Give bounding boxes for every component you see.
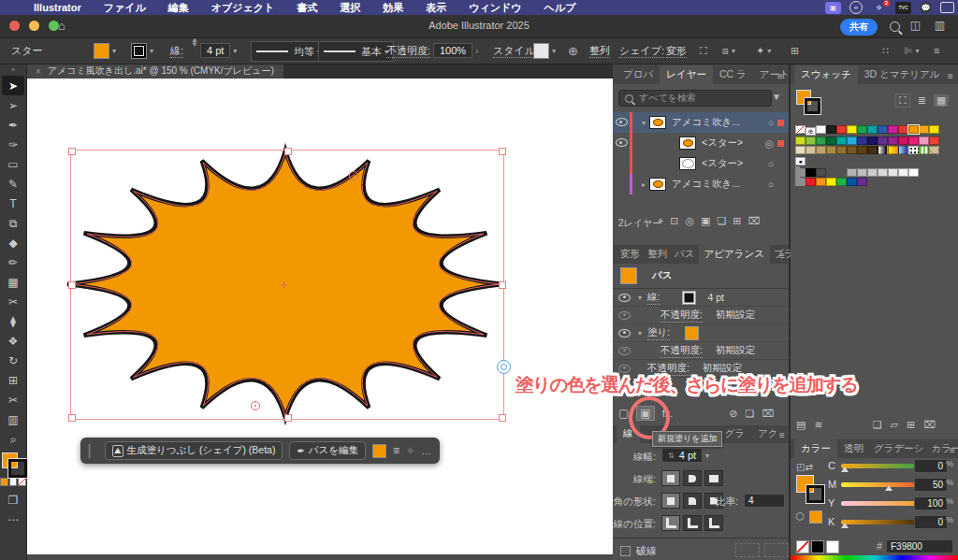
menu-item-0[interactable]: ファイル xyxy=(93,1,157,15)
arrange-documents-icon[interactable]: ◫ xyxy=(910,19,921,32)
document-setup-globe-icon[interactable]: ⊕ xyxy=(568,37,578,64)
tab-properties[interactable]: プロパ xyxy=(617,65,660,84)
opacity-label[interactable]: 不透明度: xyxy=(386,44,430,58)
swatch-cell[interactable] xyxy=(816,125,826,134)
swatch-cell[interactable] xyxy=(919,146,929,154)
swatch-cell[interactable]: ⊕ xyxy=(806,127,816,136)
anchor-widget[interactable] xyxy=(251,401,260,410)
draw-mode-icon[interactable]: ❐ xyxy=(2,490,24,510)
swatch-cell[interactable] xyxy=(857,136,867,145)
tab-gradient[interactable]: グラ xyxy=(718,424,752,443)
swatch-cell[interactable] xyxy=(847,136,857,145)
swatch-cell[interactable] xyxy=(795,136,806,145)
canvas[interactable]: ✛ ▏ ⛰ 生成塗りつぶし (シェイプ) (Beta) ✒ パスを編集 ≡ ✧ … xyxy=(26,79,613,554)
menu-item-3[interactable]: 書式 xyxy=(285,1,328,15)
channel-value-C[interactable]: 0 xyxy=(914,459,948,473)
swatch-cell[interactable] xyxy=(888,146,898,154)
zoom-tool[interactable]: ⌕ xyxy=(2,429,24,449)
transform-link[interactable]: 変形 xyxy=(666,44,687,58)
swatch-cell[interactable] xyxy=(857,178,867,186)
display-icon[interactable] xyxy=(940,2,954,13)
tvc-app-icon[interactable]: TVC xyxy=(895,2,911,14)
gradient-mode-icon[interactable] xyxy=(9,478,18,486)
tab-layers[interactable]: レイヤー xyxy=(660,65,713,84)
align-outside-button[interactable] xyxy=(704,515,723,531)
channel-value-M[interactable]: 50 xyxy=(914,478,948,492)
selection-tool[interactable]: ➤ xyxy=(2,76,24,95)
appearance-stroke-row-label[interactable]: 線: xyxy=(647,291,660,305)
swatch-cell[interactable] xyxy=(806,178,816,186)
slider-thumb-K[interactable] xyxy=(841,523,849,528)
type-tool[interactable]: T xyxy=(2,194,24,213)
cap-round-button[interactable] xyxy=(683,470,702,486)
visibility-eye-icon[interactable] xyxy=(618,294,631,302)
image-trace-icon[interactable]: ⊞ xyxy=(791,37,799,64)
align-center-button[interactable] xyxy=(661,515,680,531)
toolbar-collapse-icon[interactable]: » xyxy=(0,64,26,76)
3d-cube-icon[interactable]: ⬡ xyxy=(795,510,805,523)
bbox-handle[interactable] xyxy=(499,414,506,422)
line-app-icon[interactable]: 💬 xyxy=(920,2,932,14)
bbox-handle[interactable] xyxy=(68,414,76,422)
add-new-stroke-icon[interactable]: ▢ xyxy=(618,407,629,420)
list-view-icon[interactable]: ≣ xyxy=(918,94,926,107)
swatch-cell[interactable] xyxy=(867,168,878,177)
swatch-cell[interactable] xyxy=(857,146,867,154)
delete-item-icon[interactable]: ⌧ xyxy=(762,408,774,420)
swatch-cell[interactable] xyxy=(847,168,857,177)
app-grid-icon[interactable]: ∷ xyxy=(882,37,889,64)
swatch-cell[interactable] xyxy=(806,146,816,154)
share-button[interactable]: 共有 xyxy=(840,19,878,36)
scissors-tool[interactable]: ✂ xyxy=(2,390,24,409)
visibility-eye-icon[interactable] xyxy=(618,347,631,355)
channel-value-K[interactable]: 0 xyxy=(914,515,948,529)
artboard-tool[interactable]: ⊞ xyxy=(2,370,24,390)
swatch-cell[interactable] xyxy=(929,125,939,134)
visibility-eye-icon[interactable] xyxy=(618,311,631,320)
none-mode-icon[interactable] xyxy=(18,478,26,486)
swatch-cell[interactable] xyxy=(816,178,826,186)
color-spectrum-bar[interactable] xyxy=(791,555,958,560)
swatch-kinds-icon[interactable]: ≋ xyxy=(814,419,822,431)
swatch-cell[interactable] xyxy=(908,125,919,134)
width-profile-select[interactable]: 均等▾ xyxy=(251,41,327,62)
swatch-cell[interactable] xyxy=(867,136,878,145)
align-link[interactable]: 整列 xyxy=(589,44,610,58)
tab-cc-libraries[interactable]: CC ラ xyxy=(713,65,753,84)
swap-fill-stroke-icon[interactable]: ◰⇄ xyxy=(796,462,813,472)
swatch-cell[interactable] xyxy=(826,178,836,186)
taskbar-more-button[interactable]: … xyxy=(421,445,431,456)
none-swatch[interactable] xyxy=(796,540,809,553)
layer-target-icon[interactable]: ○ xyxy=(768,179,774,190)
graph-tool[interactable]: ▥ xyxy=(2,409,24,429)
swatch-cell[interactable] xyxy=(898,168,908,177)
layer-row[interactable]: <スター>◎ xyxy=(613,133,789,153)
opacity-more-icon[interactable]: › xyxy=(475,37,479,64)
swatch-cell[interactable] xyxy=(919,125,929,134)
new-sublayer-icon[interactable]: ▣ xyxy=(701,215,710,227)
tab-gradient-panel[interactable]: グラデーシ xyxy=(870,439,927,458)
document-tab[interactable]: × アメコミ風吹き出し.ai* @ 150 % (CMYK/プレビュー) xyxy=(26,64,283,79)
swatch-cell[interactable] xyxy=(908,168,919,177)
swatch-cell[interactable] xyxy=(847,146,857,154)
tab-color[interactable]: カラー xyxy=(794,439,837,458)
brush-definition-select[interactable]: 基本▾ xyxy=(318,41,394,62)
layer-visibility-icon[interactable] xyxy=(616,118,628,126)
swatch-cell[interactable] xyxy=(795,125,806,134)
swatch-cell[interactable] xyxy=(857,125,867,134)
close-tab-icon[interactable]: × xyxy=(36,66,41,77)
menu-item-2[interactable]: オブジェクト xyxy=(200,1,286,15)
cap-projecting-button[interactable] xyxy=(704,470,723,486)
tab-artboards[interactable]: アート xyxy=(753,65,796,84)
shape-mode-icon[interactable]: ⧈▾ xyxy=(722,37,735,64)
cap-butt-button[interactable] xyxy=(661,470,680,486)
menu-item-5[interactable]: 効果 xyxy=(371,1,414,15)
miter-limit-field[interactable]: 4 xyxy=(744,494,785,508)
swatch-cell[interactable] xyxy=(888,136,898,145)
join-round-button[interactable] xyxy=(683,493,702,509)
layer-row[interactable]: ▾アメコミ吹き...○ xyxy=(613,112,789,133)
delete-swatch-icon[interactable]: ⌧ xyxy=(923,419,936,431)
layer-name[interactable]: アメコミ吹き... xyxy=(672,178,768,191)
swatches-panel-menu-icon[interactable]: ≡ xyxy=(948,71,953,81)
swatch-cell[interactable] xyxy=(836,146,847,154)
